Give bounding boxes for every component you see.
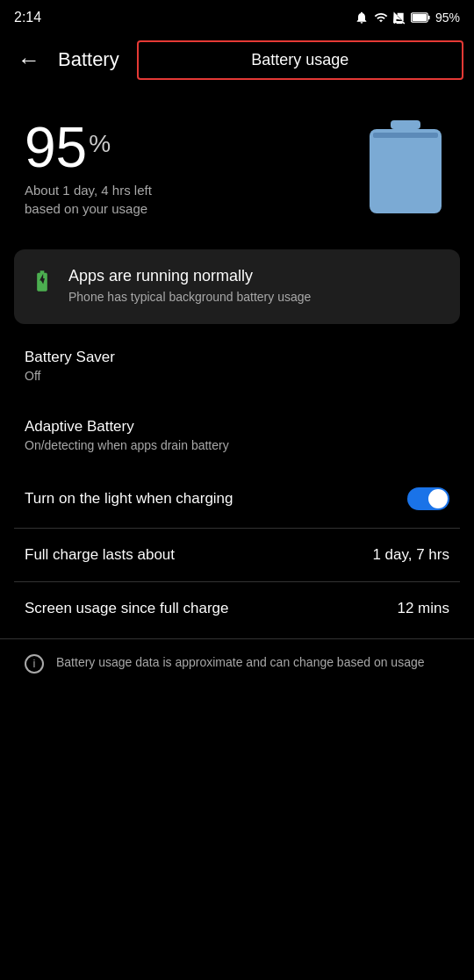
toggle-knob	[428, 489, 448, 508]
status-time: 2:14	[14, 10, 41, 25]
signal-icon	[393, 11, 406, 25]
status-icons: 95%	[355, 11, 460, 25]
battery-saver-title: Battery Saver	[25, 349, 449, 366]
battery-saver-subtitle: Off	[25, 369, 449, 383]
battery-text: 95% About 1 day, 4 hrs left based on you…	[25, 119, 152, 218]
percent-sign: %	[89, 132, 111, 156]
status-card-title: Apps are running normally	[68, 267, 311, 285]
back-button[interactable]: ←	[11, 40, 47, 81]
status-card: Apps are running normally Phone has typi…	[14, 249, 460, 324]
adaptive-battery-item[interactable]: Adaptive Battery On/detecting when apps …	[0, 400, 474, 470]
svg-rect-1	[428, 16, 430, 20]
battery-svg	[366, 120, 445, 217]
battery-percent-display: 95%	[25, 119, 152, 176]
screen-usage-label: Screen usage since full charge	[25, 600, 397, 617]
status-card-text: Apps are running normally Phone has typi…	[68, 267, 311, 306]
battery-saver-item[interactable]: Battery Saver Off	[0, 331, 474, 400]
battery-usage-button[interactable]: Battery usage	[137, 40, 463, 80]
battery-status-icon	[411, 11, 430, 24]
footer-note-text: Battery usage data is approximate and ca…	[56, 653, 425, 672]
full-charge-value: 1 day, 7 hrs	[372, 546, 449, 564]
battery-saver-text: Battery Saver Off	[25, 349, 449, 383]
percent-number: 95	[25, 119, 87, 176]
info-icon: i	[25, 654, 44, 674]
svg-rect-3	[391, 120, 420, 129]
svg-rect-4	[370, 129, 442, 213]
wifi-icon	[374, 11, 388, 25]
page-title: Battery	[58, 48, 119, 71]
svg-rect-2	[413, 14, 427, 21]
screen-usage-row: Screen usage since full charge 12 mins	[0, 582, 474, 635]
adaptive-battery-subtitle: On/detecting when apps drain battery	[25, 438, 449, 452]
svg-rect-5	[373, 133, 438, 138]
charging-light-item[interactable]: Turn on the light when charging	[0, 470, 474, 528]
battery-time-left: About 1 day, 4 hrs left based on your us…	[25, 181, 152, 218]
charging-light-title: Turn on the light when charging	[25, 490, 407, 508]
battery-info-section: 95% About 1 day, 4 hrs left based on you…	[0, 88, 474, 249]
adaptive-battery-title: Adaptive Battery	[25, 418, 449, 436]
screen-usage-value: 12 mins	[397, 600, 449, 617]
full-charge-row: Full charge lasts about 1 day, 7 hrs	[0, 529, 474, 581]
info-rows: Full charge lasts about 1 day, 7 hrs Scr…	[0, 529, 474, 635]
adaptive-battery-text: Adaptive Battery On/detecting when apps …	[25, 418, 449, 452]
status-bar: 2:14 95%	[0, 0, 474, 32]
status-card-subtitle: Phone has typical background battery usa…	[68, 289, 311, 306]
footer-note: i Battery usage data is approximate and …	[0, 638, 474, 695]
alarm-icon	[355, 11, 369, 25]
settings-list: Battery Saver Off Adaptive Battery On/de…	[0, 331, 474, 528]
full-charge-label: Full charge lasts about	[25, 546, 175, 564]
charging-light-text: Turn on the light when charging	[25, 490, 407, 508]
charging-light-toggle[interactable]	[407, 487, 449, 510]
battery-check-icon	[30, 269, 54, 299]
battery-percent-status: 95%	[435, 11, 460, 25]
battery-icon-large	[362, 116, 449, 221]
top-bar: ← Battery Battery usage	[0, 32, 474, 88]
